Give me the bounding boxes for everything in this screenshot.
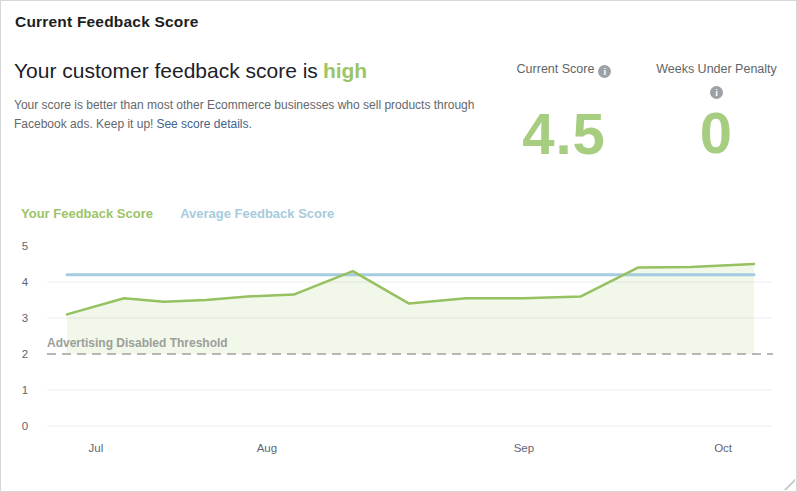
legend-your-feedback-score[interactable]: Your Feedback Score [21, 206, 153, 221]
score-description: Your score is better than most other Eco… [14, 96, 504, 134]
x-axis-tick: Oct [714, 442, 733, 454]
y-axis-tick: 4 [22, 276, 29, 288]
resize-grip[interactable] [784, 479, 795, 490]
y-axis-tick: 5 [22, 240, 28, 252]
info-icon[interactable]: i [710, 86, 723, 99]
y-axis-tick: 1 [22, 384, 28, 396]
x-axis-tick: Jul [89, 442, 104, 454]
feedback-score-chart: 012345Advertising Disabled ThresholdJulA… [1, 236, 797, 492]
score-summary: Your customer feedback score ishigh [14, 59, 367, 83]
x-axis-tick: Aug [257, 442, 277, 454]
legend-average-feedback-score[interactable]: Average Feedback Score [180, 206, 334, 221]
chart-legend: Your Feedback Score Average Feedback Sco… [21, 206, 358, 221]
current-score-label: Current Score [517, 62, 595, 76]
x-axis-tick: Sep [514, 442, 534, 454]
info-icon[interactable]: i [598, 65, 611, 78]
weeks-under-penalty-value: 0 [649, 104, 784, 162]
score-summary-text: Your customer feedback score is [14, 59, 318, 82]
y-axis-tick: 3 [22, 312, 28, 324]
threshold-label: Advertising Disabled Threshold [47, 336, 228, 350]
weeks-under-penalty-stat: Weeks Under Penalty i 0 [649, 59, 784, 162]
score-level-badge: high [323, 59, 367, 82]
see-score-details-link[interactable]: See score details. [156, 117, 251, 131]
weeks-under-penalty-label: Weeks Under Penalty [656, 62, 777, 76]
current-score-stat: Current Scorei 4.5 [499, 59, 629, 163]
current-score-value: 4.5 [499, 105, 629, 163]
card-title: Current Feedback Score [15, 13, 199, 31]
y-axis-tick: 2 [22, 348, 28, 360]
y-axis-tick: 0 [22, 420, 28, 432]
feedback-score-panel: Current Feedback Score Your customer fee… [0, 0, 797, 492]
